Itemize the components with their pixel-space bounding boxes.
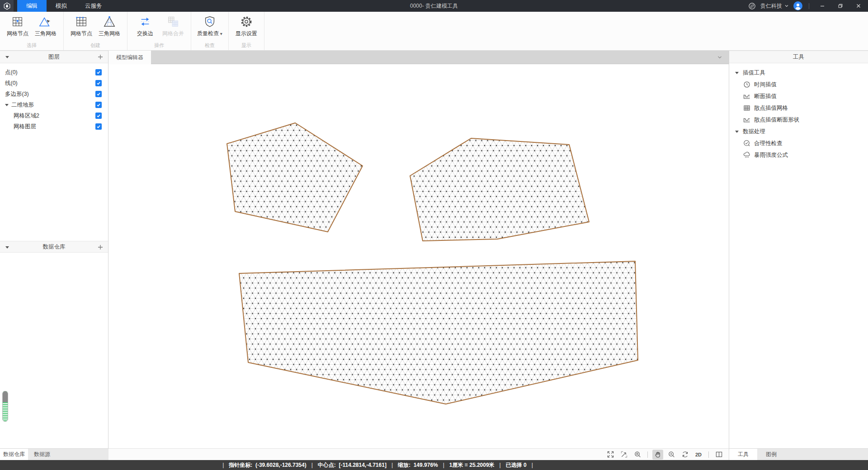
avatar[interactable]: [793, 1, 802, 10]
tree-item-label: 散点插值网格: [754, 104, 788, 112]
display-settings-icon: [240, 15, 253, 28]
left-bottom-tabs: 数据仓库 数据源: [0, 448, 108, 460]
tree-item-label: 数据处理: [743, 128, 765, 136]
app-logo-icon[interactable]: [0, 0, 14, 12]
tree-row[interactable]: 散点插值网格: [729, 102, 868, 114]
right-bottom-tabs: 工具 图例: [729, 448, 868, 460]
collapse-caret-icon[interactable]: [735, 72, 739, 74]
ribbon-button[interactable]: 网格节点: [4, 14, 32, 38]
tree-row[interactable]: 时间插值: [729, 79, 868, 90]
ribbon-button[interactable]: 交换边: [131, 14, 159, 38]
add-warehouse-button[interactable]: [97, 244, 104, 250]
chevron-down-icon: [784, 4, 789, 8]
bottom-tab[interactable]: 工具: [729, 449, 757, 460]
tabstrip-chevron-icon[interactable]: [717, 55, 722, 60]
bottom-tab[interactable]: 数据源: [28, 449, 56, 460]
bottom-tab[interactable]: 数据仓库: [0, 449, 28, 460]
layer-visibility-checkbox[interactable]: [95, 91, 102, 97]
ribbon-button[interactable]: 网格节点: [67, 14, 95, 38]
mesh-region-right[interactable]: [410, 138, 589, 241]
layer-row[interactable]: 网格区域2: [0, 110, 108, 121]
refresh-icon[interactable]: [679, 450, 690, 460]
layer-visibility-checkbox[interactable]: [95, 80, 102, 86]
viewport-toolbar: 2D: [108, 448, 729, 460]
account-menu[interactable]: 贵仁科技: [760, 2, 789, 10]
editor-tab[interactable]: 模型编辑器: [108, 51, 151, 64]
ribbon-button-label: 显示设置: [236, 30, 257, 38]
tree-row[interactable]: 数据处理 数据处理: [729, 126, 868, 137]
ribbon-button-label: 三角网格: [99, 30, 120, 38]
layers-header: 图层: [0, 51, 108, 63]
model-canvas[interactable]: [108, 64, 729, 448]
mode-2d-icon[interactable]: 2D: [693, 450, 704, 460]
tree-row[interactable]: 合理性检查: [729, 137, 868, 149]
quality-check-icon: [203, 15, 217, 28]
layer-list: 点(0) 线(0) 多边形(3) 二维地形: [0, 63, 108, 132]
clock-icon: [743, 81, 750, 88]
ribbon-toolbar: 网格节点 三角网格 选择: [0, 12, 868, 51]
ribbon-button[interactable]: 显示设置: [232, 14, 260, 38]
layer-row[interactable]: 网格图层: [0, 121, 108, 132]
zoom-reset-icon[interactable]: [632, 450, 643, 460]
split-view-icon[interactable]: [713, 450, 724, 460]
ribbon-button-label: 网格合并: [162, 30, 184, 38]
zoom-window-icon[interactable]: [618, 450, 629, 460]
mesh-region-pentagon[interactable]: [227, 123, 363, 232]
ribbon-group-label: 检查: [191, 42, 228, 49]
ribbon-group: 交换边 网格合并 操作: [127, 12, 191, 50]
layers-panel: 图层 点(0) 线(0) 多边形(3): [0, 51, 108, 448]
minimize-button[interactable]: [816, 0, 829, 12]
statusbar-field: 1厘米 = 25.2009米: [438, 461, 495, 469]
mesh-region-bottom[interactable]: [239, 261, 638, 404]
layer-visibility-checkbox[interactable]: [95, 69, 102, 75]
layer-label: 多边形(3): [5, 90, 29, 98]
scatter-grid-icon: [743, 104, 750, 112]
layer-visibility-checkbox[interactable]: [95, 113, 102, 119]
fit-extent-icon[interactable]: [605, 450, 616, 460]
tree-item-label: 散点插值断面形状: [754, 116, 799, 124]
collapse-caret-icon[interactable]: [5, 246, 9, 249]
collapse-caret-icon[interactable]: [735, 131, 739, 133]
ribbon-button[interactable]: 三角网格: [32, 14, 60, 38]
zoom-in-icon[interactable]: [666, 450, 677, 460]
layer-row[interactable]: 多边形(3): [0, 89, 108, 99]
tree-row[interactable]: 散点插值断面形状: [729, 114, 868, 126]
menu-tab[interactable]: 云服务: [76, 0, 111, 12]
titlebar: 编辑 模拟 云服务 0000- 贵仁建模工具 贵仁科技: [0, 0, 868, 12]
statusbar-field: 缩放: 149.976%: [387, 461, 438, 469]
bottom-tab[interactable]: 图例: [757, 449, 785, 460]
collapse-caret-icon[interactable]: [5, 104, 9, 106]
layer-visibility-checkbox[interactable]: [95, 102, 102, 108]
divider: [809, 3, 809, 9]
performance-icon[interactable]: [748, 2, 756, 10]
viewport-icon: [647, 451, 648, 458]
layer-label: 网格图层: [14, 123, 36, 131]
menu-tab[interactable]: 编辑: [17, 0, 47, 12]
tree-row[interactable]: 暴雨强度公式: [729, 149, 868, 161]
layer-label: 线(0): [5, 80, 18, 87]
statusbar-readout: 指针坐标: (-39.6028,-126.7354) 中心点: [-114.28…: [0, 460, 750, 470]
close-button[interactable]: [852, 0, 865, 12]
tree-item-label: 插值工具: [743, 69, 765, 77]
collapse-caret-icon[interactable]: [5, 56, 9, 58]
triangle-select-icon: [39, 15, 52, 28]
pan-icon[interactable]: [652, 450, 663, 460]
add-layer-button[interactable]: [97, 54, 104, 60]
layer-visibility-checkbox[interactable]: [95, 123, 102, 130]
tree-row[interactable]: 断面插值: [729, 90, 868, 102]
menu-tab[interactable]: 模拟: [47, 0, 76, 12]
layer-row[interactable]: 线(0): [0, 78, 108, 89]
ribbon-button-label: 质量检查: [197, 30, 222, 38]
statusbar-field: 中心点: [-114.2814,-4.7161]: [307, 461, 387, 469]
restore-button[interactable]: [834, 0, 847, 12]
tree-item-label: 时间插值: [754, 81, 777, 89]
ribbon-button[interactable]: 质量检查: [195, 14, 225, 38]
ribbon-button[interactable]: 三角网格: [95, 14, 123, 38]
tools-header-title: 工具: [793, 53, 804, 61]
tree-row[interactable]: 插值工具 插值工具: [729, 67, 868, 79]
account-name: 贵仁科技: [760, 2, 782, 10]
layer-row[interactable]: 点(0): [0, 67, 108, 78]
tree-item-label: 暴雨强度公式: [754, 151, 788, 159]
tools-tree: 插值工具 插值工具 时间插值 断面插值: [729, 63, 868, 161]
layer-row[interactable]: 二维地形: [0, 99, 108, 110]
